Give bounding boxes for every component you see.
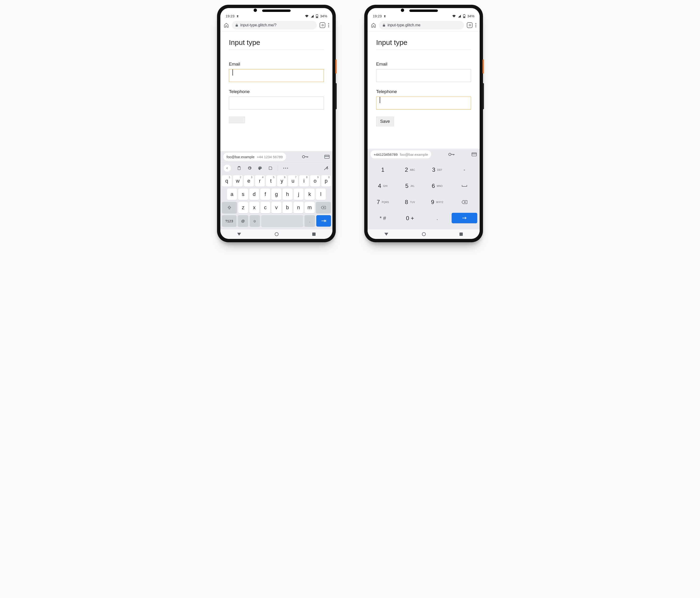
numpad-⌫[interactable] (452, 196, 477, 208)
enter-key[interactable] (316, 215, 331, 227)
home-icon[interactable] (224, 23, 229, 28)
page-title: Input type (229, 39, 324, 50)
key-p[interactable]: p0 (321, 175, 331, 187)
numpad-star-hash[interactable]: * # (370, 212, 396, 225)
svg-rect-13 (464, 17, 465, 17)
key-q[interactable]: q1 (222, 175, 232, 187)
key-x[interactable]: x (249, 202, 259, 213)
numpad-5[interactable]: 5JKL (397, 179, 423, 192)
key-t[interactable]: t5 (266, 175, 276, 187)
key-l[interactable]: l (316, 189, 326, 200)
home-icon[interactable] (371, 23, 376, 28)
keyboard-more-icon[interactable] (283, 168, 288, 169)
symbols-key[interactable]: ?123 (222, 215, 236, 227)
numpad-period[interactable]: . (424, 212, 450, 225)
telephone-field[interactable] (229, 97, 324, 109)
nav-recents-icon[interactable] (312, 232, 316, 236)
key-f[interactable]: f (260, 189, 270, 200)
backspace-key[interactable] (316, 202, 331, 213)
numpad-3[interactable]: 3DEF (424, 164, 450, 176)
tabs-button[interactable]: :D (320, 22, 325, 28)
overflow-menu-icon[interactable] (475, 23, 476, 27)
volume-button (335, 83, 337, 109)
numpad-0[interactable]: 0 + (397, 212, 423, 225)
autofill-suggestion[interactable]: +44123456789 foo@bar.example (370, 150, 431, 158)
nav-back-icon[interactable] (384, 233, 388, 235)
numpad-7[interactable]: 7PQRS (370, 196, 396, 208)
clock: 19:23 (226, 14, 234, 18)
numpad-␣[interactable] (452, 179, 477, 192)
key-g[interactable]: g (271, 189, 281, 200)
passwords-key-icon[interactable] (448, 152, 454, 156)
svg-rect-17 (454, 154, 454, 155)
keyboard-back-icon[interactable] (224, 165, 231, 172)
key-m[interactable]: m (305, 202, 315, 213)
key-r[interactable]: r4 (255, 175, 265, 187)
gear-icon[interactable] (247, 166, 252, 170)
speaker-notch (262, 9, 291, 12)
key-j[interactable]: j (294, 189, 304, 200)
key-o[interactable]: o9 (310, 175, 320, 187)
address-bar[interactable]: input-type.glitch.me (379, 21, 464, 29)
overflow-menu-icon[interactable] (328, 23, 329, 27)
key-z[interactable]: z (238, 202, 248, 213)
tabs-button[interactable]: :D (467, 22, 473, 28)
page-content: Input type Email Telephone Save (368, 31, 480, 149)
address-bar[interactable]: input-type.glitch.me/? (232, 21, 317, 29)
nav-home-icon[interactable] (275, 232, 278, 236)
emoji-key[interactable]: ☺ (250, 215, 260, 227)
palette-icon[interactable] (258, 166, 262, 170)
save-button-partial[interactable] (229, 117, 245, 123)
key-a[interactable]: a (227, 189, 237, 200)
passwords-key-icon[interactable] (302, 155, 308, 159)
numeric-keypad: 12ABC3DEF-4GHI5JKL6MNO7PQRS8TUV9WXYZ * #… (368, 160, 480, 229)
svg-rect-6 (308, 156, 308, 157)
sticker-icon[interactable] (268, 166, 273, 170)
key-w[interactable]: w2 (233, 175, 243, 187)
space-key[interactable] (261, 215, 303, 227)
numpad-8[interactable]: 8TUV (397, 196, 423, 208)
nav-recents-icon[interactable] (459, 232, 463, 236)
key-c[interactable]: c (260, 202, 271, 213)
wifi-icon (305, 15, 309, 18)
nav-home-icon[interactable] (422, 232, 426, 236)
key-s[interactable]: s (238, 189, 248, 200)
email-field[interactable] (229, 69, 324, 82)
numpad--[interactable]: - (452, 164, 477, 176)
autofill-suggestion[interactable]: foo@bar.example +44 1234 56789 (223, 153, 286, 161)
numpad-enter[interactable] (452, 213, 477, 223)
suggestion-secondary: foo@bar.example (400, 152, 428, 156)
payment-card-icon[interactable] (472, 152, 477, 156)
mic-off-icon[interactable] (325, 166, 329, 170)
speaker-notch (409, 9, 438, 12)
battery-percent: 34% (320, 14, 327, 18)
numpad-9[interactable]: 9WXYZ (424, 196, 450, 208)
key-k[interactable]: k (305, 189, 315, 200)
key-i[interactable]: i8 (299, 175, 309, 187)
key-u[interactable]: u7 (288, 175, 298, 187)
payment-card-icon[interactable] (324, 155, 330, 159)
cell-signal-icon (458, 15, 461, 18)
shift-key[interactable] (222, 202, 237, 213)
lock-icon (235, 24, 239, 27)
autofill-suggestion-bar: foo@bar.example +44 1234 56789 (220, 151, 332, 163)
email-field[interactable] (376, 69, 471, 82)
numpad-4[interactable]: 4GHI (370, 179, 396, 192)
at-key[interactable]: @ (238, 215, 248, 227)
key-h[interactable]: h (282, 189, 293, 200)
numpad-1[interactable]: 1 (370, 164, 396, 176)
numpad-6[interactable]: 6MNO (424, 179, 450, 192)
key-n[interactable]: n (294, 202, 303, 213)
key-e[interactable]: e3 (244, 175, 254, 187)
key-v[interactable]: v (271, 202, 281, 213)
save-button[interactable]: Save (376, 117, 394, 126)
period-key[interactable]: . (304, 215, 315, 227)
key-d[interactable]: d (249, 189, 259, 200)
numpad-2[interactable]: 2ABC (397, 164, 423, 176)
telephone-field[interactable] (376, 97, 471, 109)
keyboard-toolbar (220, 163, 332, 173)
nav-back-icon[interactable] (237, 233, 241, 235)
clipboard-icon[interactable] (237, 166, 241, 170)
key-b[interactable]: b (282, 202, 293, 213)
key-y[interactable]: y6 (277, 175, 287, 187)
